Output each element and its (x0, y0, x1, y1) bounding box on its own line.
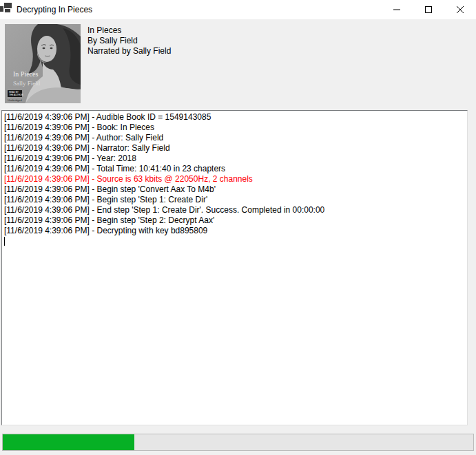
log-lines: [11/6/2019 4:39:06 PM] - Audible Book ID… (4, 112, 465, 236)
book-narrator: Narrated by Sally Field (87, 46, 171, 56)
log-textbox[interactable]: [11/6/2019 4:39:06 PM] - Audible Book ID… (1, 110, 468, 425)
log-line: [11/6/2019 4:39:06 PM] - Year: 2018 (4, 154, 465, 164)
minimize-icon (393, 6, 400, 13)
book-info-label: In Pieces By Sally Field Narrated by Sal… (87, 25, 171, 56)
cover-title-text: In Pieces (13, 70, 38, 78)
log-line: [11/6/2019 4:39:06 PM] - Total Time: 10:… (4, 164, 465, 174)
minimize-button[interactable] (381, 0, 413, 19)
log-line: [11/6/2019 4:39:06 PM] - Book: In Pieces (4, 123, 465, 133)
log-line: [11/6/2019 4:39:06 PM] - Begin step 'Ste… (4, 195, 465, 205)
progress-fill (3, 434, 134, 450)
caption-buttons (381, 0, 476, 19)
book-byline: By Sally Field (87, 36, 171, 46)
log-line: [11/6/2019 4:39:06 PM] - Begin step 'Ste… (4, 215, 465, 226)
close-icon (457, 6, 464, 13)
log-line: [11/6/2019 4:39:06 PM] - End step 'Step … (4, 205, 465, 215)
log-line: [11/6/2019 4:39:06 PM] - Source is 63 kb… (4, 174, 465, 184)
close-button[interactable] (444, 0, 476, 19)
progress-bar (2, 434, 474, 451)
book-title: In Pieces (87, 25, 171, 36)
titlebar: Decrypting In Pieces (0, 0, 476, 19)
log-line: [11/6/2019 4:39:06 PM] - Narrator: Sally… (4, 143, 465, 154)
cover-badge-line2: THE AUTHOR (9, 94, 23, 96)
log-line: [11/6/2019 4:39:06 PM] - Author: Sally F… (4, 133, 465, 143)
maximize-button[interactable] (413, 0, 444, 19)
window-title: Decrypting In Pieces (17, 5, 92, 14)
app-window: Decrypting In Pieces (0, 0, 476, 455)
cover-edition-text: Unabridged (8, 98, 22, 102)
cover-face-shape (37, 36, 56, 62)
log-line: [11/6/2019 4:39:06 PM] - Decrypting with… (4, 226, 465, 236)
app-icon (0, 0, 12, 19)
log-line: [11/6/2019 4:39:06 PM] - Audible Book ID… (4, 112, 465, 123)
log-line: [11/6/2019 4:39:06 PM] - Begin step 'Con… (4, 184, 465, 195)
book-cover-image: In Pieces Sally Field READ BY THE AUTHOR… (5, 24, 81, 103)
cover-author-text: Sally Field (13, 80, 41, 87)
maximize-icon (425, 6, 432, 13)
text-caret (4, 237, 5, 246)
caret-line (4, 236, 465, 246)
